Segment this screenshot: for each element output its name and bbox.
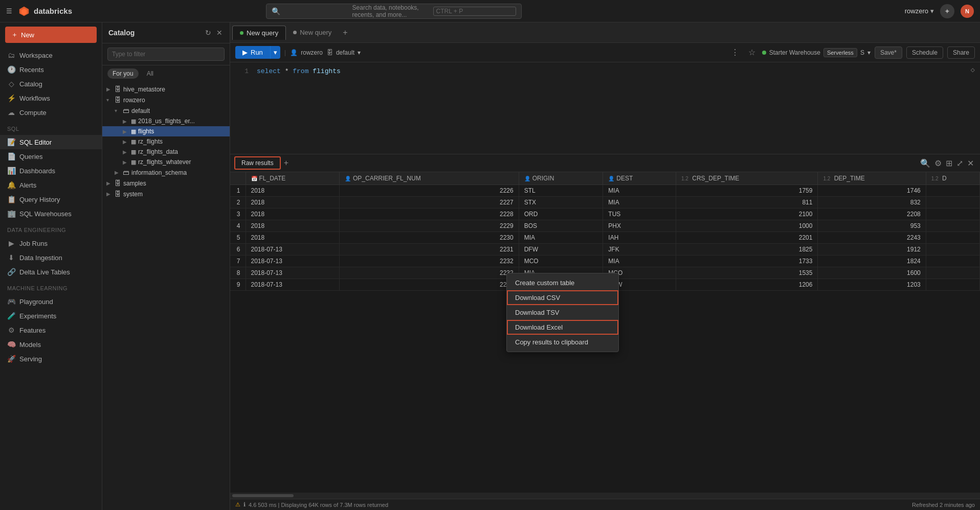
- sidebar-item-features[interactable]: ⚙ Features: [0, 323, 102, 337]
- context-database[interactable]: 🗄 default ▾: [327, 49, 361, 56]
- sidebar-item-models[interactable]: 🧠 Models: [0, 337, 102, 352]
- features-icon: ⚙: [7, 326, 15, 334]
- sidebar-label-delta-live-tables: Delta Live Tables: [19, 268, 70, 276]
- run-dropdown-button[interactable]: ▾: [270, 46, 280, 59]
- avatar[interactable]: N: [961, 5, 974, 18]
- ml-section-label: Machine Learning: [0, 280, 102, 293]
- sidebar-item-queries[interactable]: 📄 Queries: [0, 149, 102, 164]
- sidebar-item-dashboards[interactable]: 📊 Dashboards: [0, 164, 102, 178]
- run-button[interactable]: ▶ Run: [235, 46, 270, 59]
- sidebar-item-sql-warehouses[interactable]: 🏢 SQL Warehouses: [0, 206, 102, 221]
- cell-crs-dep-time: 1000: [676, 220, 817, 232]
- cell-crs-dep-time: 1733: [676, 256, 817, 267]
- col-header-dest[interactable]: 👤DEST: [603, 172, 676, 185]
- col-header-dep-time[interactable]: 1.2 DEP_TIME: [818, 172, 926, 185]
- tree-item-samples[interactable]: ▶ 🗄 samples: [102, 178, 230, 189]
- cell-d: [926, 232, 979, 244]
- sidebar-item-workspace[interactable]: 🗂 Workspace: [0, 48, 102, 62]
- catalog-header: Catalog ↻ ✕: [102, 22, 230, 43]
- menu-item-download-excel[interactable]: Download Excel: [507, 320, 618, 335]
- warehouse-selector[interactable]: Starter Warehouse Serverless S ▾: [762, 48, 871, 57]
- chevron-right-icon: ▶: [115, 170, 121, 175]
- col-header-carrier[interactable]: 👤OP_CARRIER_FL_NUM: [340, 172, 519, 185]
- catalog-tab-for-you[interactable]: For you: [107, 68, 139, 79]
- cell-fl-date: 2018-07-13: [246, 279, 340, 291]
- sidebar-data-eng-nav: ▶ Job Runs ⬇ Data Ingestion 🔗 Delta Live…: [0, 235, 102, 280]
- save-button[interactable]: Save*: [875, 47, 902, 59]
- sidebar-label-models: Models: [19, 341, 41, 349]
- col-header-d[interactable]: 1.2 D: [926, 172, 979, 185]
- tree-label-default: default: [131, 107, 150, 114]
- sidebar-ml-nav: 🎮 Playground 🧪 Experiments ⚙ Features 🧠 …: [0, 293, 102, 367]
- tree-item-flights[interactable]: ▶ ▦ flights: [102, 126, 230, 136]
- cell-crs-dep-time: 2201: [676, 232, 817, 244]
- menu-item-download-tsv[interactable]: Download TSV: [507, 305, 618, 320]
- context-user[interactable]: 👤 rowzero: [290, 49, 323, 56]
- cell-d: [926, 244, 979, 256]
- sidebar-item-data-ingestion[interactable]: ⬇ Data Ingestion: [0, 250, 102, 265]
- col-header-crs-dep-time[interactable]: 1.2 CRS_DEP_TIME: [676, 172, 817, 185]
- toolbar-more-button[interactable]: ⋮: [728, 47, 742, 58]
- sidebar-item-experiments[interactable]: 🧪 Experiments: [0, 309, 102, 323]
- user-menu[interactable]: rowzero ▾: [905, 7, 934, 15]
- sidebar-label-data-ingestion: Data Ingestion: [19, 254, 62, 262]
- sidebar-label-catalog: Catalog: [19, 80, 42, 88]
- warehouse-size: S: [860, 49, 864, 56]
- menu-item-create-custom-table[interactable]: Create custom table: [507, 275, 618, 290]
- menu-item-copy-clipboard[interactable]: Copy results to clipboard: [507, 335, 618, 350]
- results-close-button[interactable]: ✕: [965, 157, 976, 169]
- table-row: 5 2018 2230 MIA IAH 2201 2243: [230, 232, 980, 244]
- horizontal-scrollbar[interactable]: [230, 493, 980, 499]
- run-label: Run: [251, 49, 263, 56]
- add-tab-button[interactable]: +: [339, 26, 351, 39]
- global-search[interactable]: 🔍 Search data, notebooks, recents, and m…: [266, 4, 522, 19]
- cell-crs-dep-time: 1825: [676, 244, 817, 256]
- sql-editor-area[interactable]: 1 select * from flights ◇: [230, 62, 980, 154]
- hamburger-menu[interactable]: ☰: [6, 7, 12, 15]
- tree-item-rz-flights-whatever[interactable]: ▶ ▦ rz_flights_whatever: [102, 157, 230, 167]
- results-area: Raw results + 🔍 ⚙ ⊞ ⤢ ✕ Create custom ta…: [230, 154, 980, 510]
- results-expand-button[interactable]: ⤢: [954, 157, 965, 169]
- sidebar-item-workflows[interactable]: ⚡ Workflows: [0, 91, 102, 105]
- catalog-close-button[interactable]: ✕: [215, 28, 224, 38]
- tree-item-rz-flights-data[interactable]: ▶ ▦ rz_flights_data: [102, 147, 230, 157]
- toolbar-bookmark-button[interactable]: ☆: [746, 47, 758, 58]
- sidebar-item-compute[interactable]: ☁ Compute: [0, 105, 102, 120]
- query-tab-2[interactable]: New query: [286, 26, 339, 39]
- sidebar-item-playground[interactable]: 🎮 Playground: [0, 294, 102, 309]
- col-header-fl-date[interactable]: 📅FL_DATE: [246, 172, 340, 185]
- scrollbar-thumb[interactable]: [232, 494, 294, 497]
- results-filter-button[interactable]: ⚙: [932, 157, 944, 169]
- new-button[interactable]: ＋ New: [5, 27, 97, 43]
- catalog-refresh-button[interactable]: ↻: [204, 28, 212, 38]
- share-button[interactable]: Share: [947, 47, 975, 59]
- schedule-button[interactable]: Schedule: [906, 47, 943, 59]
- menu-item-download-csv[interactable]: Download CSV: [507, 290, 618, 305]
- cell-carrier: 2227: [340, 197, 519, 208]
- sidebar-item-sql-editor[interactable]: 📝 SQL Editor: [0, 135, 102, 149]
- query-tab-1[interactable]: New query: [232, 26, 286, 40]
- sparkle-icon-btn[interactable]: ✦: [940, 4, 954, 18]
- logo[interactable]: databricks: [18, 6, 72, 17]
- sidebar-item-delta-live-tables[interactable]: 🔗 Delta Live Tables: [0, 265, 102, 279]
- sidebar-item-query-history[interactable]: 📋 Query History: [0, 192, 102, 206]
- sidebar-item-catalog[interactable]: ◇ Catalog: [0, 77, 102, 91]
- results-search-button[interactable]: 🔍: [918, 157, 932, 169]
- results-layout-button[interactable]: ⊞: [944, 157, 954, 169]
- col-header-origin[interactable]: 👤ORIGIN: [519, 172, 603, 185]
- sidebar-item-serving[interactable]: 🚀 Serving: [0, 352, 102, 366]
- tree-item-rowzero[interactable]: ▾ 🗄 rowzero: [102, 95, 230, 105]
- tree-item-default-schema[interactable]: ▾ 🗃 default: [102, 105, 230, 116]
- tree-item-hive-metastore[interactable]: ▶ 🗄 hive_metastore: [102, 84, 230, 95]
- results-tab-raw[interactable]: Raw results: [234, 156, 281, 170]
- tree-item-2018-flights[interactable]: ▶ ▦ 2018_us_flights_er...: [102, 116, 230, 126]
- catalog-search-input[interactable]: [107, 48, 225, 61]
- catalog-tab-all[interactable]: All: [142, 68, 159, 79]
- add-results-tab-button[interactable]: +: [281, 157, 292, 169]
- tree-item-rz-flights[interactable]: ▶ ▦ rz_flights: [102, 136, 230, 147]
- sidebar-item-recents[interactable]: 🕐 Recents: [0, 62, 102, 77]
- sidebar-item-alerts[interactable]: 🔔 Alerts: [0, 178, 102, 192]
- tree-item-information-schema[interactable]: ▶ 🗃 information_schema: [102, 167, 230, 178]
- sidebar-item-job-runs[interactable]: ▶ Job Runs: [0, 236, 102, 250]
- tree-item-system[interactable]: ▶ 🗄 system: [102, 189, 230, 199]
